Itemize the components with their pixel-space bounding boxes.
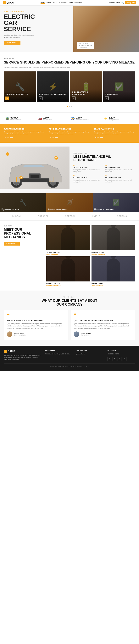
photo-row-washing[interactable]: 🚿 02 WASHING & VACUUMING [46, 193, 93, 212]
stat-info-4: 320+ Charger Stations [109, 116, 119, 120]
ev-feature-desc-2: Our expertise, as well as our passion fo… [105, 169, 135, 173]
nav-pages[interactable]: PAGES [46, 2, 51, 4]
ev-feature-desc-3: Our expertise, as well as our passion fo… [73, 179, 103, 183]
service-card-arrow-tires[interactable]: → [6, 96, 9, 100]
service-card-tires[interactable]: 🔧 THE RIGHT TIRES MATTER → [4, 72, 36, 102]
testimonials-section: TESTIMONIALS WHAT OUR CLIENTS SAY ABOUT … [0, 290, 139, 346]
hero-title-line1: ELECTRIC [4, 13, 35, 20]
stat-item-4: ⚡ 320+ Charger Stations [102, 115, 135, 121]
orange-service-3: BRAKE FLUID CHANGE Doing a systematic-ba… [94, 128, 135, 139]
mechanic-role-ostin: SECOND MECHANIC [92, 254, 135, 255]
navbar-cta-button[interactable]: GET QUOTE [125, 1, 136, 4]
dot-2[interactable] [69, 106, 70, 107]
ev-label: WHY CHOOSE US [73, 152, 135, 154]
hero-city: NY 10002, USA [79, 46, 92, 48]
service-card-check[interactable]: ✅ CHECK FUNC... → [103, 72, 135, 102]
orange-service-desc-2: Doing a systematic-based electric car dr… [49, 131, 90, 135]
svg-rect-8 [30, 175, 39, 179]
brands-row: GLOBAL GRENSOL NEPTECH UNIOLD GENESIS [0, 212, 139, 221]
ev-section: 01 02 03 WHY CHOOSE US LESS MAINTENANCE … [0, 143, 139, 193]
footer-bottom: Copyright © 2024 Qiolo by PxelScoops Ltd… [4, 364, 135, 367]
service-card-battery[interactable]: 🔋 CHECK BATTERY & REPLACEMENT → [70, 72, 102, 102]
footer-address-title: WE ARE HERE [44, 350, 72, 351]
orange-service-link-1[interactable]: LEARN MORE [4, 137, 13, 138]
mechanic-name-harry: HARRY LANTAN [46, 282, 90, 284]
ev-feature-title-2: CHARGING PLUGIN [105, 166, 135, 168]
ev-feature-3: 03 BATTERY SYSTEM Our expertise, as well… [73, 175, 103, 183]
footer-brand: ⚡ QIOLO OUR INNOVATIVE NETWORK OF CHARGE… [4, 350, 41, 361]
hero-content: READY FOR TOMORROW ELECTRIC CAR SERVICE … [0, 6, 73, 52]
dot-1[interactable] [67, 106, 68, 107]
mechanics-section: OUR TEAM MEET OUR PROFESSIONAL MECHANICS… [0, 221, 139, 290]
mechanics-title: MEET OUR PROFESSIONAL MECHANICS [4, 228, 42, 239]
orange-service-title-3: BRAKE FLUID CHANGE [94, 128, 135, 130]
testimonial-title-1: Perfect service for my automobile! [7, 320, 65, 322]
facebook-icon[interactable]: f [112, 357, 116, 361]
stat-label-1: Kilometres Driven [10, 119, 21, 120]
youtube-icon[interactable]: ▶ [122, 357, 126, 361]
mechanics-learn-more-button[interactable]: LEARN MORE → [4, 242, 20, 246]
photo-label-checking: CHECKING ALL SYSTEMS [94, 209, 114, 210]
photo-row-checking[interactable]: ✅ 03 CHECKING ALL SYSTEMS [93, 193, 139, 212]
nav-blog[interactable]: BLOG [53, 2, 57, 4]
nav-shop[interactable]: SHOP [69, 2, 72, 4]
hero-image: WE ARE HERE 37 Division St, New York, NY… [73, 6, 139, 52]
search-icon[interactable]: 🔍 [122, 2, 124, 4]
ev-feature-2: 02 CHARGING PLUGIN Our expertise, as wel… [105, 164, 135, 173]
mechanics-left: OUR TEAM MEET OUR PROFESSIONAL MECHANICS… [4, 225, 42, 286]
testimonial-text-2: Qiolo is a systematic-based electric car… [74, 322, 132, 329]
photo-overlay-liquid: 01 LIQUID REPLACEMENT [2, 208, 19, 210]
footer-address-text: 37 Division St, New York, NY 10002, USA [44, 353, 72, 356]
service-card-arrow-battery[interactable]: → [72, 96, 76, 100]
nav-portfolio[interactable]: PORTFOLIO [59, 2, 67, 4]
nav-home[interactable]: HOME [40, 2, 44, 4]
service-card-arrow-charging[interactable]: → [38, 96, 42, 100]
stat-number-1: 500K+ [10, 116, 21, 119]
service-section-label: RELY ON US [4, 58, 135, 59]
footer-copyright: Copyright © 2024 Qiolo by PxelScoops Ltd… [50, 366, 89, 367]
instagram-icon[interactable]: in [118, 357, 122, 361]
logo-text: QIOLO [6, 1, 14, 4]
ev-feature-num-4: 04 [105, 175, 135, 176]
ev-content: WHY CHOOSE US LESS MAINTENANCE VS. PETRO… [70, 149, 139, 187]
photo-row-liquid[interactable]: 🔧 01 LIQUID REPLACEMENT [0, 193, 46, 212]
service-card-title-battery: CHECK BATTERY & REPLACEMENT [72, 91, 100, 95]
hero-learn-more-button[interactable]: LEARN MORE → [4, 41, 20, 44]
footer-top: ⚡ QIOLO OUR INNOVATIVE NETWORK OF CHARGE… [4, 350, 135, 361]
testimonials-title: WHAT OUR CLIENTS SAY ABOUT OUR COMPANY [4, 299, 135, 306]
service-info-section: RELY ON US SERVICE SHOULD BE PERFORMED D… [0, 52, 139, 112]
twitter-icon[interactable]: 𝕏 [108, 357, 112, 361]
brand-uniold: UNIOLD [92, 215, 100, 217]
ev-feature-4: 04 CHARGING CONTROL Our expertise, as we… [105, 175, 135, 183]
service-card-overlay-tires: THE RIGHT TIRES MATTER → [4, 91, 36, 102]
service-card-arrow-check[interactable]: → [105, 96, 109, 100]
mechanic-photo-peter [92, 256, 135, 282]
stat-info-2: 155+ Types of Cars [43, 116, 52, 120]
footer-address-col: WE ARE HERE 37 Division St, New York, NY… [44, 350, 72, 361]
author-title-2: User of Qiolo [81, 334, 91, 336]
hero-subtitle: Maintaining and servicing electric vehic… [4, 34, 38, 38]
ev-car-svg [2, 146, 68, 189]
photo-overlay-washing: 02 WASHING & VACUUMING [48, 208, 66, 210]
dot-3[interactable] [71, 106, 72, 107]
arrow-icon: → [16, 42, 18, 44]
stat-icon-4: ⚡ [104, 116, 108, 120]
ev-title: LESS MAINTENANCE VS. PETROL CARS [73, 155, 135, 162]
author-avatar-tonny [74, 332, 79, 337]
hero-title-line3: SERVICE [4, 26, 31, 32]
author-avatar-monica [7, 332, 12, 337]
quote-icon-1: ❝ [7, 313, 65, 318]
testimonial-text-1: Qiolo is a systematic-based electric car… [7, 322, 65, 329]
nav-contacts[interactable]: CONTACTS [74, 2, 82, 4]
testimonial-card-2: ❝ Qiolo has been a great service for me!… [71, 310, 135, 340]
testimonial-author-2: Tonny Joahim User of Qiolo [74, 332, 132, 337]
author-info-2: Tonny Joahim User of Qiolo [81, 332, 91, 336]
mechanic-role-harry: ANGULAR ENGINEER [46, 284, 90, 286]
stat-number-2: 155+ [43, 116, 52, 119]
footer-logo-icon: ⚡ [4, 350, 7, 353]
logo: ⚡ QIOLO [3, 1, 14, 4]
service-card-charging[interactable]: ⚡ CHARGING PLUG MAINTENANCE → [37, 72, 69, 102]
orange-service-link-2[interactable]: LEARN MORE [49, 137, 58, 138]
mechanics-grid: JAMES TAYLOR CHIEF MECHANIC OSTIN COLINS… [46, 225, 135, 286]
orange-service-link-3[interactable]: LEARN MORE [94, 137, 103, 138]
